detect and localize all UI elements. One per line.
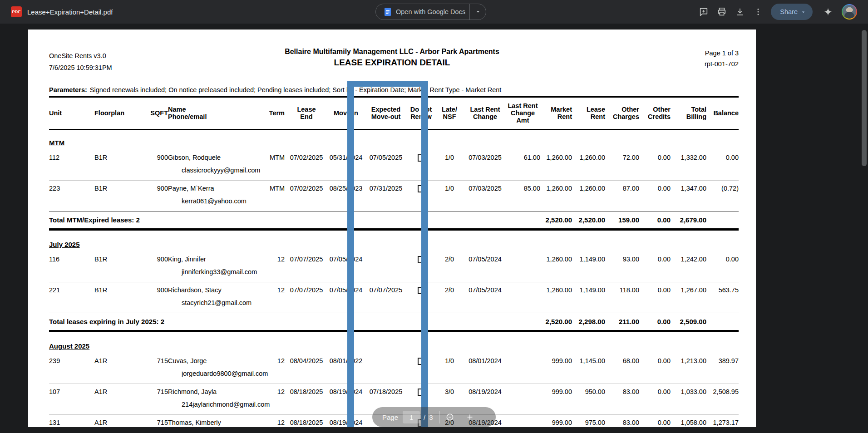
email-row: kerra061@yahoo.com [49, 197, 739, 211]
col-header-total-billing: TotalBilling [671, 98, 706, 129]
gemini-sparkle-icon [823, 7, 833, 17]
cell-other-credits: 0.00 [639, 149, 671, 166]
table-row: 239A1R715Cuvas, Jorge1208/04/202508/01/2… [49, 353, 739, 369]
page-indicator-pill: Page 1 / 3 [372, 407, 496, 427]
cell-expected-move-out: 07/07/2025 [364, 282, 408, 298]
cell-total-billing: 1,332.00 [671, 149, 706, 166]
file-info: PDF Lease+Expiration+Detail.pdf [11, 0, 113, 24]
cell-floorplan: A1R [94, 353, 135, 369]
cell-last-rent-change-amt: 61.00 [505, 149, 540, 166]
cell-lease-rent: 1,260.00 [572, 180, 605, 197]
do-not-renew-checkbox[interactable] [418, 287, 424, 294]
do-not-renew-checkbox[interactable] [418, 358, 424, 365]
cell-email: kerra061@yahoo.com [168, 197, 739, 211]
cell-other-charges: 87.00 [605, 180, 639, 197]
add-comment-icon [699, 7, 709, 17]
add-comment-button[interactable] [695, 3, 713, 21]
do-not-renew-checkbox[interactable] [418, 389, 424, 396]
print-button[interactable] [713, 3, 731, 21]
cell-empty [706, 211, 739, 229]
cell-move-in: 05/31/2024 [328, 149, 364, 166]
account-avatar[interactable] [842, 4, 857, 20]
zoom-out-button[interactable] [440, 407, 460, 427]
cell-expected-move-out: 07/18/2025 [364, 384, 408, 400]
gemini-button[interactable] [819, 3, 837, 21]
cell-last-rent-change-amt [505, 414, 540, 427]
table-row: 107A1R715Richmond, Jayla1208/18/202508/1… [49, 384, 739, 400]
cell-balance: 2,508.95 [706, 384, 739, 400]
pdf-page: OneSite Rents v3.0 7/6/2025 10:59:31PM B… [28, 30, 756, 427]
total-market-rent: 2,520.00 [540, 211, 572, 229]
cell-total-billing: 1,033.00 [671, 384, 706, 400]
cell-expected-move-out: 07/31/2025 [364, 180, 408, 197]
share-button[interactable]: Share [771, 4, 813, 20]
col-header-other-credits: OtherCredits [639, 98, 671, 129]
chevron-down-icon [800, 9, 806, 15]
cell-last-rent-change: 07/05/2024 [465, 282, 505, 298]
cell-floorplan: B1R [94, 251, 135, 267]
cell-lease-rent: 975.00 [572, 414, 605, 427]
cell-do-not-renew [408, 149, 434, 166]
section-label: August 2025 [49, 342, 89, 350]
open-with-google-docs-button[interactable]: Open with Google Docs [375, 4, 486, 20]
cell-market-rent: 999.00 [540, 414, 572, 427]
more-options-button[interactable] [749, 3, 767, 21]
col-header-do-not-renew: Do NotRenew [408, 98, 434, 129]
cell-last-rent-change: 08/19/2024 [465, 384, 505, 400]
col-header-name: NamePhone/email [168, 98, 263, 129]
vertical-scrollbar[interactable] [862, 30, 867, 166]
cell-empty [49, 197, 168, 211]
cell-last-rent-change: 07/05/2024 [465, 251, 505, 267]
cell-late-nsf: 1/0 [434, 180, 465, 197]
parameters-line: Parameters:Signed renewals included; On … [49, 86, 739, 98]
cell-name: Cuvas, Jorge [168, 353, 263, 369]
cell-balance: (0.72) [706, 180, 739, 197]
cell-lease-rent: 950.00 [572, 384, 605, 400]
page-total: 3 [429, 413, 433, 421]
total-market-rent: 2,520.00 [540, 313, 572, 331]
download-button[interactable] [731, 3, 749, 21]
cell-lease-rent: 1,149.00 [572, 251, 605, 267]
cell-other-charges: 83.00 [605, 414, 639, 427]
zoom-in-button[interactable] [460, 407, 480, 427]
cell-late-nsf: 2/0 [434, 282, 465, 298]
cell-move-in: 08/19/2024 [328, 384, 364, 400]
cell-market-rent: 999.00 [540, 384, 572, 400]
table-row: 112B1R900Gibson, RodqueleMTM07/02/202505… [49, 149, 739, 166]
cell-floorplan: B1R [94, 149, 135, 166]
cell-empty [49, 400, 168, 414]
zoom-in-icon [465, 413, 474, 422]
do-not-renew-checkbox[interactable] [418, 154, 424, 162]
chevron-down-icon [475, 9, 481, 15]
cell-unit: 107 [49, 384, 94, 400]
cell-sqft: 900 [135, 282, 168, 298]
cell-total-billing: 1,347.00 [671, 180, 706, 197]
open-with-dropdown[interactable] [469, 4, 486, 20]
do-not-renew-checkbox[interactable] [418, 185, 424, 192]
total-lease-rent: 2,520.00 [572, 211, 605, 229]
file-title: Lease+Expiration+Detail.pdf [27, 8, 113, 16]
cell-floorplan: B1R [94, 282, 135, 298]
cell-last-rent-change-amt: 85.00 [505, 180, 540, 197]
section-total-row: Total leases expiring in July 2025: 2 2,… [49, 313, 739, 331]
cell-other-charges: 68.00 [605, 353, 639, 369]
cell-other-credits: 0.00 [639, 282, 671, 298]
cell-empty [706, 313, 739, 331]
cell-late-nsf: 1/0 [434, 149, 465, 166]
download-icon [735, 7, 745, 17]
cell-floorplan: A1R [94, 414, 135, 427]
do-not-renew-checkbox[interactable] [418, 256, 424, 263]
parameters-label: Parameters: [49, 86, 87, 93]
col-header-market-rent: MarketRent [540, 98, 572, 129]
cell-lease-end: 08/04/2025 [285, 353, 328, 369]
share-label: Share [780, 8, 798, 15]
cell-unit: 116 [49, 251, 94, 267]
page-separator: / [424, 413, 425, 421]
cell-sqft: 900 [135, 180, 168, 197]
cell-move-in: 07/05/2024 [328, 282, 364, 298]
page-number-input[interactable]: 1 [403, 411, 420, 423]
cell-empty [49, 267, 168, 282]
cell-unit: 221 [49, 282, 94, 298]
cell-lease-end: 07/02/2025 [285, 149, 328, 166]
col-header-last-rent-change-amt: Last RentChangeAmt [505, 98, 540, 129]
